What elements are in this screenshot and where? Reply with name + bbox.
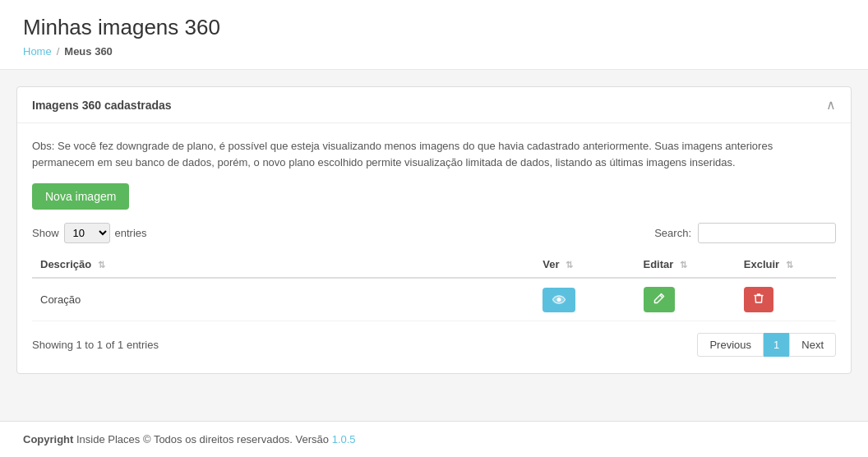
- sort-icon-editar[interactable]: ⇅: [680, 260, 687, 270]
- search-input[interactable]: [698, 223, 836, 243]
- entries-label: entries: [115, 227, 147, 239]
- card-title: Imagens 360 cadastradas: [32, 99, 172, 112]
- pagination: Previous 1 Next: [697, 333, 836, 357]
- cell-descricao: Coração: [32, 278, 534, 321]
- page-title: Minhas imagens 360: [23, 15, 845, 40]
- show-label: Show: [32, 227, 59, 239]
- table-header-row: Descrição ⇅ Ver ⇅ Editar ⇅ Excluir: [32, 252, 836, 278]
- images-table: Descrição ⇅ Ver ⇅ Editar ⇅ Excluir: [32, 252, 836, 321]
- previous-button[interactable]: Previous: [697, 333, 764, 357]
- version-link[interactable]: 1.0.5: [332, 433, 356, 445]
- entries-select[interactable]: 10 25 50 100: [64, 223, 110, 243]
- obs-text: Obs: Se você fez downgrade de plano, é p…: [32, 138, 836, 170]
- table-row: Coração: [32, 278, 836, 321]
- main-content: Imagens 360 cadastradas ∧ Obs: Se você f…: [0, 70, 868, 421]
- col-header-ver: Ver ⇅: [534, 252, 635, 278]
- sort-icon-descricao[interactable]: ⇅: [98, 260, 105, 270]
- page-number: 1: [764, 333, 789, 357]
- col-header-editar: Editar ⇅: [635, 252, 736, 278]
- header: Minhas imagens 360 Home / Meus 360: [0, 0, 868, 70]
- col-header-excluir: Excluir ⇅: [736, 252, 836, 278]
- svg-point-1: [557, 298, 561, 302]
- delete-button[interactable]: [744, 287, 773, 312]
- sort-icon-ver[interactable]: ⇅: [566, 260, 573, 270]
- col-header-descricao: Descrição ⇅: [32, 252, 534, 278]
- edit-button[interactable]: [644, 287, 675, 312]
- breadcrumb: Home / Meus 360: [23, 45, 845, 58]
- cell-excluir: [736, 278, 836, 321]
- new-image-button[interactable]: Nova imagem: [32, 183, 129, 210]
- cell-editar: [635, 278, 736, 321]
- search-label: Search:: [654, 227, 691, 239]
- breadcrumb-home-link[interactable]: Home: [23, 45, 52, 58]
- search-box: Search:: [654, 223, 836, 243]
- images-card: Imagens 360 cadastradas ∧ Obs: Se você f…: [16, 86, 852, 374]
- sort-icon-excluir[interactable]: ⇅: [786, 260, 793, 270]
- table-footer: Showing 1 to 1 of 1 entries Previous 1 N…: [32, 333, 836, 357]
- page-footer: Copyright Inside Places © Todos os direi…: [0, 421, 868, 457]
- copyright-bold: Copyright: [23, 433, 73, 445]
- card-body: Obs: Se você fez downgrade de plano, é p…: [17, 123, 851, 373]
- breadcrumb-separator: /: [57, 45, 60, 58]
- show-entries-control: Show 10 25 50 100 entries: [32, 223, 147, 243]
- next-button[interactable]: Next: [789, 333, 836, 357]
- copyright-text: Inside Places © Todos os direitos reserv…: [73, 433, 331, 445]
- breadcrumb-current: Meus 360: [64, 45, 113, 58]
- card-header: Imagens 360 cadastradas ∧: [17, 87, 851, 123]
- view-button[interactable]: [542, 288, 575, 312]
- table-controls: Show 10 25 50 100 entries Search:: [32, 223, 836, 243]
- cell-ver: [534, 278, 635, 321]
- showing-text: Showing 1 to 1 of 1 entries: [32, 339, 159, 351]
- collapse-icon[interactable]: ∧: [826, 97, 836, 113]
